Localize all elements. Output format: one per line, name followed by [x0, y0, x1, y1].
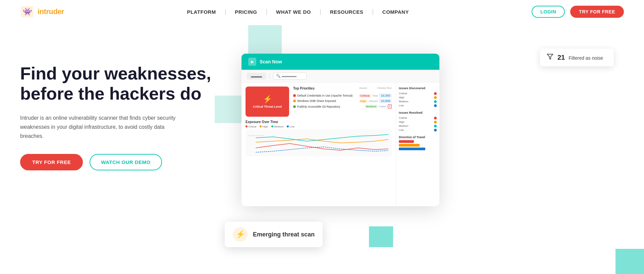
nav-resources[interactable]: RESOURCES — [324, 9, 370, 15]
filter-icon — [547, 53, 553, 62]
emerging-icon: ⚡ — [233, 227, 248, 242]
issue-label-r: Low — [399, 128, 404, 131]
nav-sep-3: | — [320, 8, 321, 15]
lightning-icon: ⚡ — [236, 230, 245, 239]
nav-platform[interactable]: PLATFORM — [181, 9, 222, 15]
nav-sep-2: | — [266, 8, 267, 15]
issue-label-r: Medium — [399, 124, 408, 127]
hero-right: 21 Filtered as noise ▶ Scan Now ▬▬▬ 🔍 ▬▬… — [221, 44, 624, 274]
issue-resolved-medium: Medium — [399, 124, 437, 127]
issues-discovered-section: Issues Discovered Critical High Medium — [399, 87, 437, 107]
navbar: 👾 intruder PLATFORM | PRICING | WHAT WE … — [0, 0, 644, 23]
issues-resolved-title: Issues Resolved — [399, 111, 437, 114]
svg-text:Number of Issues: Number of Issues — [248, 134, 264, 136]
low-indicator — [434, 104, 437, 107]
hero-left: Find your weaknesses, before the hackers… — [20, 44, 221, 170]
issue-label-r: Critical — [399, 116, 407, 119]
nav-sep-1: | — [225, 8, 226, 15]
checks-col-header: Checks Run — [377, 87, 392, 92]
issue-label: Low — [399, 104, 404, 107]
badge-total-1: Total — [372, 94, 378, 97]
direction-bar-critical — [399, 140, 414, 143]
badge-high-2: High — [359, 99, 368, 103]
hero-section: Find your weaknesses, before the hackers… — [0, 23, 644, 274]
medium-indicator — [434, 100, 437, 103]
issue-label: Medium — [399, 100, 408, 103]
issue-label-r: High — [399, 120, 404, 123]
hero-title: Find your weaknesses, before the hackers… — [20, 64, 221, 104]
dashboard-card: ▶ Scan Now ▬▬▬ 🔍 ▬▬▬▬ ⚡ Critical Threat — [241, 54, 439, 206]
critical-indicator-r — [434, 117, 437, 119]
exposure-legend: Critical High Medium Low — [246, 125, 392, 128]
svg-text:👾: 👾 — [23, 7, 32, 16]
critical-indicator — [434, 92, 437, 95]
high-indicator-r — [434, 121, 437, 123]
issues-discovered-title: Issues Discovered — [399, 87, 437, 90]
medium-indicator-r — [434, 125, 437, 127]
watch-demo-button[interactable]: WATCH OUR DEMO — [90, 154, 162, 170]
issue-discovered-critical: Critical — [399, 92, 437, 95]
badge-num-2: 10,008 — [379, 99, 392, 103]
filter-count: 21 Filtered as noise — [557, 54, 603, 61]
issue-discovered-high: High — [399, 96, 437, 99]
priority-item-3: Publicly Accessible Git Repository Mediu… — [293, 104, 392, 109]
issues-col-header: Issues — [359, 87, 367, 92]
priority-name-3: Publicly Accessible Git Repository — [297, 105, 362, 108]
issue-resolved-high: High — [399, 120, 437, 123]
badge-critical-1: Critical — [359, 94, 371, 98]
nav-pricing[interactable]: PRICING — [229, 9, 263, 15]
priority-name-2: Windows SMB Share Exposed — [297, 99, 362, 103]
priorities-section: Top Priorities Issues Checks Run Default… — [293, 87, 392, 110]
dash-header: ▶ Scan Now — [241, 54, 439, 70]
badge-num-1: 10,345 — [379, 94, 392, 98]
nav-company[interactable]: COMPANY — [376, 9, 415, 15]
priority-name-1: Default Credentials in Use (Apache Tomca… — [297, 94, 362, 97]
logo[interactable]: 👾 intruder — [20, 5, 64, 18]
dash-toolbar: ▬▬▬ 🔍 ▬▬▬▬ — [241, 70, 439, 83]
emerging-threat-card: ⚡ Emerging threat scan — [225, 222, 323, 247]
try-free-nav-button[interactable]: TRY FOR FREE — [570, 6, 624, 18]
issue-discovered-medium: Medium — [399, 100, 437, 103]
dash-sidebar-right: Issues Discovered Critical High Medium — [396, 83, 439, 206]
direction-title: Direction of Travel — [399, 135, 437, 139]
legend-high: High — [260, 125, 268, 128]
issue-resolved-low: Low — [399, 128, 437, 131]
logo-icon: 👾 — [20, 5, 34, 18]
dash-search[interactable]: 🔍 ▬▬▬▬ — [273, 72, 307, 79]
priority-item-2: Windows SMB Share Exposed High Passed 10… — [293, 99, 392, 103]
low-indicator-r — [434, 129, 437, 131]
exposure-title: Exposure Over Time — [246, 120, 392, 124]
nav-what-we-do[interactable]: WHAT WE DO — [270, 9, 317, 15]
priority-item-1: Default Credentials in Use (Apache Tomca… — [293, 94, 392, 98]
try-free-hero-button[interactable]: TRY FOR FREE — [20, 154, 83, 170]
tab-1[interactable]: ▬▬▬ — [247, 73, 266, 79]
scan-icon: ▶ — [248, 58, 256, 66]
priority-dot-1 — [293, 94, 296, 97]
badge-failed-3: Failed — [379, 105, 386, 108]
threat-label: Critical Threat Level — [253, 105, 282, 109]
logo-text: intruder — [38, 7, 64, 16]
issue-resolved-critical: Critical — [399, 116, 437, 119]
exposure-chart: Number of Issues — [246, 129, 392, 156]
nav-actions: LOGIN TRY FOR FREE — [532, 6, 624, 18]
priority-dot-3 — [293, 105, 296, 108]
threat-icon: ⚡ — [263, 95, 272, 104]
login-button[interactable]: LOGIN — [532, 6, 565, 18]
high-indicator — [434, 96, 437, 99]
legend-low: Low — [287, 125, 294, 128]
nav-links: PLATFORM | PRICING | WHAT WE DO | RESOUR… — [181, 8, 415, 15]
hero-description: Intruder is an online vulnerability scan… — [20, 113, 181, 141]
issue-label: Critical — [399, 92, 407, 95]
nav-sep-4: | — [372, 8, 374, 15]
legend-critical: Critical — [246, 125, 256, 128]
issue-discovered-low: Low — [399, 104, 437, 107]
svg-marker-2 — [547, 54, 553, 59]
filter-card: 21 Filtered as noise — [540, 49, 614, 66]
badge-passed-2: Passed — [369, 100, 378, 103]
direction-section: Direction of Travel — [399, 135, 437, 150]
dash-main-content: ⚡ Critical Threat Level Top Priorities I… — [241, 83, 396, 206]
direction-bar-high — [399, 144, 420, 147]
direction-bar-low — [399, 148, 425, 150]
priority-dot-2 — [293, 100, 296, 102]
scan-now-label: Scan Now — [260, 59, 282, 64]
